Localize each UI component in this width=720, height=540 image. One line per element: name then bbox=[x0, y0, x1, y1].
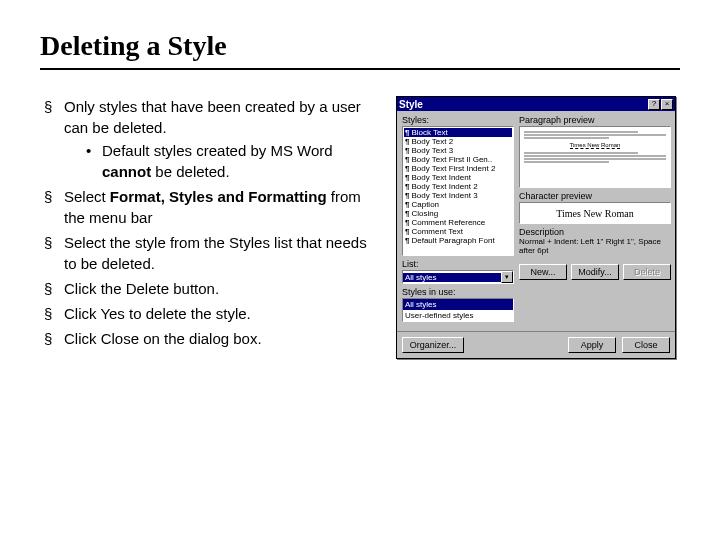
bullet-1-sub: Default styles created by MS Word cannot… bbox=[86, 140, 380, 182]
list-item[interactable]: ¶Body Text Indent 2 bbox=[404, 182, 512, 191]
delete-button[interactable]: Delete bbox=[623, 264, 671, 280]
chevron-down-icon[interactable]: ▾ bbox=[501, 271, 513, 283]
paragraph-icon: ¶ bbox=[405, 173, 409, 182]
styles-in-use-label: Styles in use: bbox=[402, 287, 514, 297]
instruction-text: Only styles that have been created by a … bbox=[40, 96, 380, 353]
style-dialog: Style ? × Styles: ¶Block Text¶Body Text … bbox=[396, 96, 676, 359]
paragraph-icon: ¶ bbox=[405, 164, 409, 173]
list-item[interactable]: ¶Comment Reference bbox=[404, 218, 512, 227]
bullet-6: Click Close on the dialog box. bbox=[44, 328, 380, 349]
organizer-button[interactable]: Organizer... bbox=[402, 337, 464, 353]
paragraph-icon: ¶ bbox=[405, 146, 409, 155]
bullet-1-text: Only styles that have been created by a … bbox=[64, 98, 361, 136]
list-item[interactable]: ¶Body Text First Indent 2 bbox=[404, 164, 512, 173]
styles-listbox[interactable]: ¶Block Text¶Body Text 2¶Body Text 3¶Body… bbox=[402, 126, 514, 256]
list-item[interactable]: ¶Comment Text bbox=[404, 227, 512, 236]
help-icon[interactable]: ? bbox=[648, 99, 660, 110]
paragraph-preview: Times New Roman bbox=[519, 126, 671, 188]
bullet-3: Select the style from the Styles list th… bbox=[44, 232, 380, 274]
bullet-2: Select Format, Styles and Formatting fro… bbox=[44, 186, 380, 228]
list-item[interactable]: ¶Body Text Indent bbox=[404, 173, 512, 182]
styles-in-use-list[interactable]: All styles User-defined styles bbox=[402, 298, 514, 322]
list-item[interactable]: ¶Body Text 3 bbox=[404, 146, 512, 155]
paragraph-icon: ¶ bbox=[405, 236, 409, 245]
list-item[interactable]: ¶Caption bbox=[404, 200, 512, 209]
paragraph-icon: ¶ bbox=[405, 137, 409, 146]
page-title: Deleting a Style bbox=[40, 30, 680, 70]
dialog-titlebar[interactable]: Style ? × bbox=[397, 97, 675, 111]
paragraph-icon: ¶ bbox=[405, 218, 409, 227]
paragraph-icon: ¶ bbox=[405, 200, 409, 209]
paragraph-icon: ¶ bbox=[405, 128, 409, 137]
modify-button[interactable]: Modify... bbox=[571, 264, 619, 280]
paragraph-icon: ¶ bbox=[405, 209, 409, 218]
paragraph-icon: ¶ bbox=[405, 182, 409, 191]
list-combo-value: All styles bbox=[403, 273, 501, 282]
para-preview-label: Paragraph preview bbox=[519, 115, 671, 125]
paragraph-icon: ¶ bbox=[405, 155, 409, 164]
description-text: Normal + Indent: Left 1" Right 1", Space… bbox=[519, 238, 671, 260]
list-item[interactable]: ¶Default Paragraph Font bbox=[404, 236, 512, 245]
paragraph-icon: ¶ bbox=[405, 227, 409, 236]
close-button[interactable]: Close bbox=[622, 337, 670, 353]
list-item[interactable]: ¶Block Text bbox=[404, 128, 512, 137]
paragraph-icon: ¶ bbox=[405, 191, 409, 200]
list-label: List: bbox=[402, 259, 514, 269]
close-icon[interactable]: × bbox=[661, 99, 673, 110]
styles-label: Styles: bbox=[402, 115, 514, 125]
bullet-1: Only styles that have been created by a … bbox=[44, 96, 380, 182]
char-preview-label: Character preview bbox=[519, 191, 671, 201]
new-button[interactable]: New... bbox=[519, 264, 567, 280]
apply-button[interactable]: Apply bbox=[568, 337, 616, 353]
dialog-title: Style bbox=[399, 99, 647, 110]
bullet-5: Click Yes to delete the style. bbox=[44, 303, 380, 324]
list-item[interactable]: ¶Body Text Indent 3 bbox=[404, 191, 512, 200]
character-preview: Times New Roman bbox=[519, 202, 671, 224]
para-sample-text: Times New Roman bbox=[570, 142, 621, 149]
list-item[interactable]: ¶Body Text 2 bbox=[404, 137, 512, 146]
list-item[interactable]: ¶Body Text First Il Gen.. bbox=[404, 155, 512, 164]
description-label: Description bbox=[519, 227, 671, 237]
bullet-4: Click the Delete button. bbox=[44, 278, 380, 299]
list-combo[interactable]: All styles ▾ bbox=[402, 270, 514, 284]
list-item[interactable]: ¶Closing bbox=[404, 209, 512, 218]
